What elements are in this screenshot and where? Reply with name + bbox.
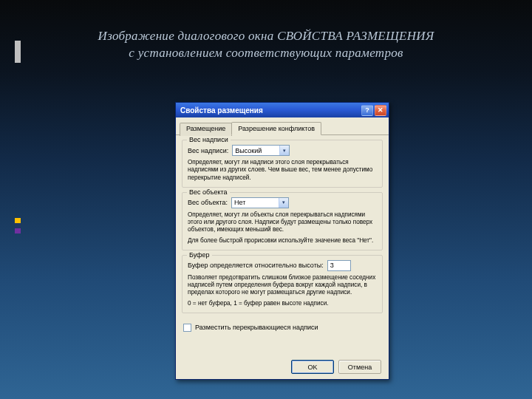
buffer-input[interactable]: 3 [327, 260, 351, 271]
dialog-titlebar[interactable]: Свойства размещения ? ✕ [176, 103, 389, 117]
chevron-down-icon: ▾ [279, 146, 289, 155]
ok-button[interactable]: OK [291, 360, 334, 374]
tab-placement[interactable]: Размещение [180, 123, 232, 136]
overlap-checkbox[interactable] [183, 324, 191, 332]
slide-title-line2: с установлением соответствующих параметр… [0, 45, 532, 62]
dialog-button-row: OK Отмена [291, 360, 381, 374]
group-label-weight: Вес надписи Вес надписи: Высокий ▾ Опред… [182, 140, 383, 188]
group-object-weight-legend: Вес объекта [187, 188, 230, 196]
help-icon: ? [365, 107, 369, 114]
label-weight-value: Высокий [235, 147, 262, 154]
close-button[interactable]: ✕ [375, 105, 386, 116]
buffer-desc2: 0 = нет буфера, 1 = буфер равен высоте н… [188, 300, 377, 307]
label-weight-label: Вес надписи: [188, 147, 228, 154]
buffer-label: Буфер определяется относительно высоты: [188, 262, 324, 269]
group-object-weight: Вес объекта Вес объекта: Нет ▾ Определяе… [182, 192, 383, 250]
overlap-checkbox-label: Разместить перекрывающиеся надписи [195, 324, 318, 331]
object-weight-desc2: Для более быстрой прорисовки используйте… [188, 237, 377, 245]
tab-conflicts-label: Разрешение конфликтов [238, 125, 315, 132]
chevron-down-icon: ▾ [279, 198, 288, 208]
tab-conflicts[interactable]: Разрешение конфликтов [231, 122, 321, 135]
tab-panel: Вес надписи Вес надписи: Высокий ▾ Опред… [176, 135, 389, 322]
tab-row: Размещение Разрешение конфликтов [176, 117, 389, 135]
dialog-placement-properties: Свойства размещения ? ✕ Размещение Разре… [175, 102, 389, 380]
slide-title-line1: Изображение диалогового окна СВОЙСТВА РА… [0, 28, 532, 45]
cancel-button[interactable]: Отмена [338, 360, 381, 374]
object-weight-combo[interactable]: Нет ▾ [231, 197, 289, 208]
cancel-button-label: Отмена [348, 364, 372, 371]
label-weight-combo[interactable]: Высокий ▾ [232, 145, 290, 156]
object-weight-desc1: Определяет, могут ли объекты слоя перекр… [188, 211, 377, 234]
close-icon: ✕ [378, 107, 383, 114]
buffer-value: 3 [330, 262, 334, 269]
buffer-desc1: Позволяет предотвратить слишком близкое … [188, 274, 377, 297]
object-weight-label: Вес объекта: [188, 199, 228, 206]
accent-strip [15, 218, 21, 233]
object-weight-value: Нет [234, 199, 245, 206]
slide-title: Изображение диалогового окна СВОЙСТВА РА… [0, 28, 532, 62]
help-button[interactable]: ? [361, 105, 373, 116]
group-buffer-legend: Буфер [187, 251, 212, 259]
group-buffer: Буфер Буфер определяется относительно вы… [182, 255, 383, 313]
dialog-title: Свойства размещения [180, 106, 263, 115]
label-weight-desc: Определяет, могут ли надписи этого слоя … [188, 159, 377, 182]
ok-button-label: OK [307, 364, 317, 371]
overlap-checkbox-row[interactable]: Разместить перекрывающиеся надписи [176, 322, 389, 333]
tab-placement-label: Размещение [186, 125, 225, 132]
group-label-weight-legend: Вес надписи [187, 136, 231, 143]
